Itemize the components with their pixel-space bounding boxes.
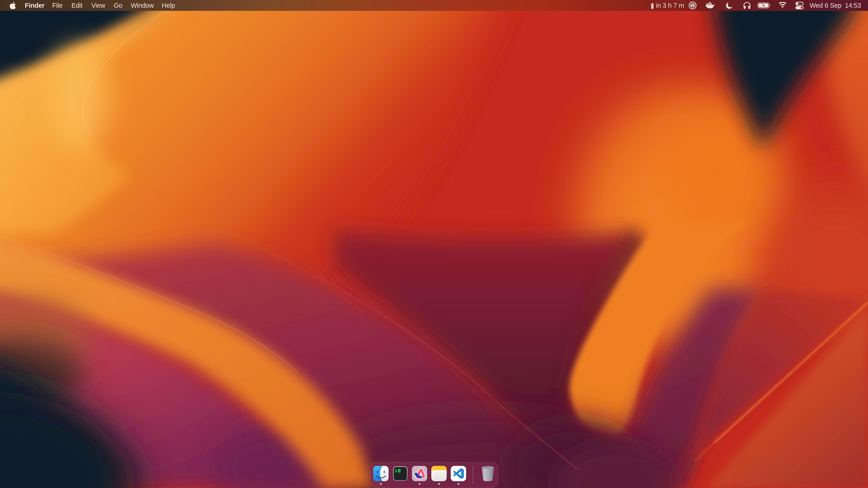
svg-text:$: $ — [395, 468, 397, 474]
